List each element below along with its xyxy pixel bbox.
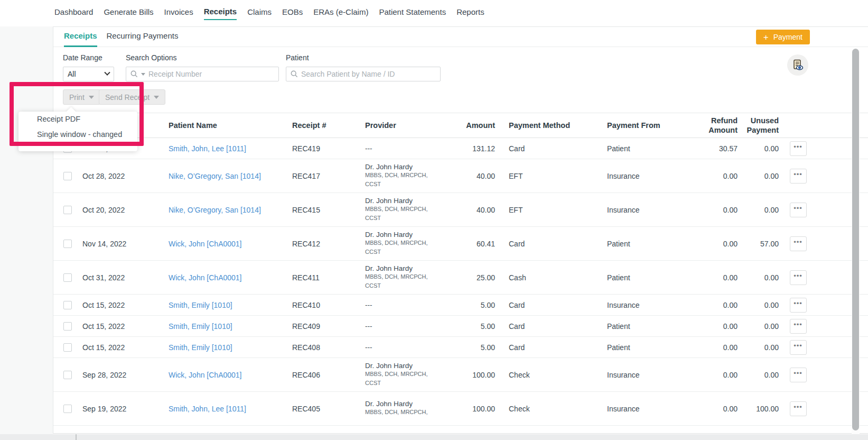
cell-patient-name: Smith, Emily [1010] bbox=[167, 301, 291, 309]
print-button[interactable]: Print bbox=[63, 89, 100, 105]
cell-payment-method: Check bbox=[496, 371, 606, 379]
nav-tab-reports[interactable]: Reports bbox=[456, 5, 484, 20]
cell-payment-method: EFT bbox=[496, 172, 606, 180]
row-checkbox[interactable] bbox=[63, 273, 72, 282]
nav-tab-invoices[interactable]: Invoices bbox=[164, 5, 193, 20]
patient-link[interactable]: Nike, O’Gregory, San [1014] bbox=[169, 206, 261, 214]
patient-link[interactable]: Wick, John [ChA0001] bbox=[169, 371, 242, 379]
cell-unused-payment: 0.00 bbox=[739, 273, 780, 282]
row-actions-button[interactable]: ••• bbox=[790, 319, 807, 334]
row-checkbox[interactable] bbox=[63, 206, 72, 214]
cell-date: Sep 28, 2022 bbox=[81, 371, 167, 379]
row-actions-button[interactable]: ••• bbox=[790, 141, 807, 156]
cell-receipt-number: REC408 bbox=[291, 343, 364, 352]
row-actions-button[interactable]: ••• bbox=[790, 401, 807, 416]
row-actions-button[interactable]: ••• bbox=[790, 236, 807, 251]
row-checkbox[interactable] bbox=[63, 371, 72, 379]
add-payment-button[interactable]: + Payment bbox=[756, 30, 810, 44]
cell-payment-method: Card bbox=[496, 240, 606, 248]
row-actions-button[interactable]: ••• bbox=[790, 298, 807, 313]
tab-receipts[interactable]: Receipts bbox=[64, 27, 97, 47]
nav-tab-eobs[interactable]: EOBs bbox=[282, 5, 303, 20]
row-actions-button[interactable]: ••• bbox=[790, 368, 807, 382]
cell-amount: 100.00 bbox=[455, 405, 496, 413]
row-actions-button[interactable]: ••• bbox=[790, 270, 807, 285]
cell-refund-amount: 30.57 bbox=[684, 144, 739, 153]
cell-payment-method: Cash bbox=[496, 273, 606, 282]
date-range-select[interactable]: All bbox=[63, 67, 114, 81]
cell-payment-from: Insurance bbox=[606, 405, 684, 413]
main-nav: DashboardGenerate BillsInvoicesReceiptsC… bbox=[54, 0, 484, 24]
patient-link[interactable]: Smith, Emily [1010] bbox=[169, 322, 232, 331]
cell-amount: 131.12 bbox=[455, 144, 496, 153]
cell-receipt-number: REC409 bbox=[291, 322, 364, 331]
patient-link[interactable]: Smith, John, Lee [1011] bbox=[169, 405, 246, 413]
provider-name: --- bbox=[365, 322, 454, 330]
menu-item-single-window[interactable]: Single window - changed bbox=[18, 127, 137, 142]
cell-provider: Dr. John HardyMBBS, DCH, MRCPCH, CCST bbox=[364, 231, 455, 256]
nav-tab-eras-e-claim[interactable]: ERAs (e-Claim) bbox=[313, 5, 368, 20]
cell-unused-payment: 0.00 bbox=[739, 301, 780, 309]
patient-link[interactable]: Nike, O’Gregory, San [1014] bbox=[169, 172, 261, 180]
row-checkbox-cell bbox=[53, 322, 81, 331]
cell-patient-name: Wick, John [ChA0001] bbox=[167, 371, 291, 379]
cell-provider: Dr. John HardyMBBS, DCH, MRCPCH, CCST bbox=[364, 362, 455, 388]
search-type-caret-icon[interactable] bbox=[141, 73, 145, 76]
cell-refund-amount: 0.00 bbox=[684, 240, 739, 248]
patient-search-input[interactable] bbox=[301, 70, 436, 78]
vertical-scrollbar-thumb[interactable] bbox=[852, 49, 859, 430]
nav-tab-generate-bills[interactable]: Generate Bills bbox=[104, 5, 153, 20]
row-checkbox-cell bbox=[53, 240, 81, 248]
cell-refund-amount: 0.00 bbox=[684, 343, 739, 352]
patient-link[interactable]: Wick, John [ChA0001] bbox=[169, 273, 242, 282]
row-checkbox[interactable] bbox=[63, 343, 72, 352]
row-checkbox-cell bbox=[53, 405, 81, 413]
row-checkbox[interactable] bbox=[63, 301, 72, 309]
cell-date: Sep 19, 2022 bbox=[81, 405, 167, 413]
cell-receipt-number: REC417 bbox=[291, 172, 364, 180]
nav-tab-receipts[interactable]: Receipts bbox=[204, 5, 237, 20]
cell-provider: Dr. John HardyMBBS, DCH, MRCPCH, bbox=[364, 400, 455, 417]
chevron-down-icon bbox=[104, 70, 110, 76]
cell-patient-name: Smith, John, Lee [1011] bbox=[167, 405, 291, 413]
date-range-group: Date Range All bbox=[63, 53, 114, 81]
receipt-number-input[interactable] bbox=[148, 70, 274, 78]
row-checkbox[interactable] bbox=[63, 240, 72, 248]
patient-link[interactable]: Wick, John [ChA0001] bbox=[169, 240, 242, 248]
cell-unused-payment: 0.00 bbox=[739, 371, 780, 379]
send-receipt-button[interactable]: Send Receipt bbox=[99, 89, 165, 105]
provider-name: Dr. John Hardy bbox=[365, 163, 454, 171]
tab-recurring-payments[interactable]: Recurring Payments bbox=[107, 27, 179, 47]
print-dropdown-menu: Receipt PDF Single window - changed bbox=[18, 112, 137, 151]
row-checkbox[interactable] bbox=[63, 405, 72, 413]
date-range-value: All bbox=[68, 70, 76, 78]
row-actions-button[interactable]: ••• bbox=[790, 203, 807, 217]
cell-amount: 40.00 bbox=[455, 172, 496, 180]
table-row: Dec 23, 2022Smith, John, Lee [1011]REC41… bbox=[53, 138, 868, 159]
cell-receipt-number: REC419 bbox=[291, 144, 364, 153]
search-options-label: Search Options bbox=[126, 53, 279, 62]
nav-tab-dashboard[interactable]: Dashboard bbox=[54, 5, 93, 20]
receipts-table: DatePatient NameReceipt #ProviderAmountP… bbox=[53, 113, 868, 426]
nav-tab-claims[interactable]: Claims bbox=[247, 5, 272, 20]
cell-provider: Dr. John HardyMBBS, DCH, MRCPCH, CCST bbox=[364, 197, 455, 223]
patient-link[interactable]: Smith, John, Lee [1011] bbox=[169, 144, 246, 153]
bottom-edge-strip bbox=[0, 434, 868, 440]
cell-patient-name: Wick, John [ChA0001] bbox=[167, 240, 291, 248]
row-checkbox[interactable] bbox=[63, 322, 72, 331]
cell-patient-name: Smith, John, Lee [1011] bbox=[167, 144, 291, 153]
row-actions-button[interactable]: ••• bbox=[790, 169, 807, 184]
table-row: Nov 14, 2022Wick, John [ChA0001]REC412Dr… bbox=[53, 227, 868, 261]
cell-unused-payment: 100.00 bbox=[739, 405, 780, 413]
nav-tab-patient-statements[interactable]: Patient Statements bbox=[379, 5, 446, 20]
cell-date: Oct 20, 2022 bbox=[81, 206, 167, 214]
audit-log-button[interactable] bbox=[787, 54, 808, 76]
patient-link[interactable]: Smith, Emily [1010] bbox=[169, 343, 232, 352]
patient-link[interactable]: Smith, Emily [1010] bbox=[169, 301, 232, 309]
receipts-page: DashboardGenerate BillsInvoicesReceiptsC… bbox=[0, 0, 868, 440]
row-actions-button[interactable]: ••• bbox=[790, 340, 807, 355]
menu-item-receipt-pdf[interactable]: Receipt PDF bbox=[18, 112, 137, 127]
table-row: Oct 28, 2022Nike, O’Gregory, San [1014]R… bbox=[53, 159, 868, 193]
row-checkbox-cell bbox=[53, 206, 81, 214]
row-checkbox[interactable] bbox=[63, 172, 72, 180]
